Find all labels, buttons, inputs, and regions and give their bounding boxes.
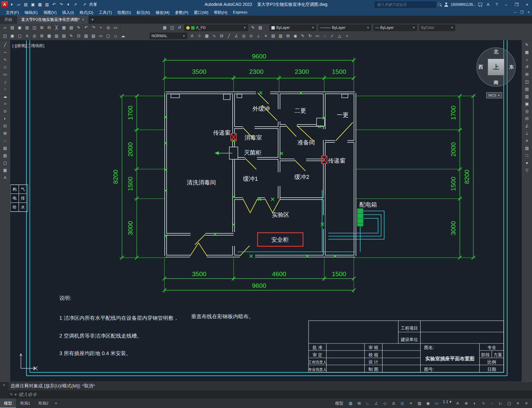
perpendicular-icon[interactable]: ⊥ <box>523 130 531 137</box>
quick-dimension-icon[interactable]: ≡ <box>262 33 270 39</box>
ellipse-arc-icon[interactable]: ◐ <box>2 115 9 122</box>
restore-button[interactable]: ❐ <box>512 0 521 9</box>
find-icon[interactable]: ◎ <box>31 33 38 39</box>
properties-panel-icon[interactable]: ▣ <box>523 100 531 108</box>
sheet-icon[interactable]: ▤ <box>523 85 531 93</box>
viewport-controls[interactable]: [-][俯视][二维线框] <box>12 43 44 49</box>
model-space-canvas[interactable]: 外缓冲二更一更传递窗消毒室准备间灭菌柜清洗消毒间缓冲1缓冲2实验区安全柜配电箱传… <box>10 40 522 382</box>
mtext-icon[interactable]: ▭ <box>314 33 321 39</box>
line-icon[interactable]: ╱ <box>2 41 9 49</box>
color-dropdown[interactable]: ByLayer ▼ <box>270 25 316 31</box>
circle-icon[interactable]: ○ <box>2 85 9 93</box>
open-file-icon[interactable]: ▤ <box>22 1 29 8</box>
rectangle-icon[interactable]: ▭ <box>2 71 9 78</box>
layer-states-icon[interactable]: ◫ <box>168 24 176 31</box>
app-menu-arrow[interactable]: ▾ <box>8 1 15 8</box>
annotation-monitor-icon[interactable]: ⊹ <box>479 399 487 407</box>
scale-text-icon[interactable]: △ <box>336 33 343 39</box>
match-properties-icon[interactable]: ✎ <box>75 24 82 31</box>
menu-item-9[interactable]: 修改(M) <box>153 10 172 15</box>
tab-close-icon[interactable]: × <box>82 16 84 24</box>
minus-icon[interactable]: ⊟ <box>523 115 531 122</box>
menu-item-10[interactable]: 参数(P) <box>172 10 191 15</box>
customize-menu-icon[interactable]: ≡ <box>522 399 530 407</box>
palette-tab-2[interactable]: 气 <box>19 185 27 194</box>
refresh-icon[interactable]: ↺ <box>523 63 531 71</box>
gradient-icon[interactable]: ▧ <box>90 33 97 39</box>
polygon-icon[interactable]: ◇ <box>2 63 9 71</box>
markup-icon[interactable]: ✎ <box>68 33 75 39</box>
continue-dimension-icon[interactable]: ▥ <box>277 33 284 39</box>
revision-cloud-icon[interactable]: ☁ <box>2 93 9 100</box>
new-layout-button[interactable]: + <box>52 401 60 406</box>
baseline-dimension-icon[interactable]: ▤ <box>270 33 277 39</box>
search-input[interactable] <box>375 2 436 8</box>
make-object-layer-current-icon[interactable]: ✎ <box>249 24 257 31</box>
annotate-icon[interactable]: A <box>23 33 31 39</box>
dimension-edit-icon[interactable]: ✎ <box>299 33 306 39</box>
menu-item-13[interactable]: Express <box>230 10 250 15</box>
palette-tab-4[interactable]: 排 <box>19 194 27 203</box>
minimize-button[interactable]: – <box>502 0 510 9</box>
save-icon[interactable]: ▣ <box>30 1 36 8</box>
share-arrow-icon[interactable]: ↗ <box>72 1 79 8</box>
redo-icon[interactable]: ↷ <box>58 1 65 8</box>
point-icon[interactable]: ∴ <box>2 137 9 145</box>
blank-icon[interactable]: □ <box>523 152 531 159</box>
table-icon[interactable]: ▦ <box>2 167 9 174</box>
sheetset-icon[interactable]: ▤ <box>60 33 68 39</box>
search-icon[interactable] <box>438 2 442 7</box>
command-close-icon[interactable]: × <box>3 383 5 387</box>
gradient-icon[interactable]: ▧ <box>2 152 9 159</box>
doc-close-button[interactable]: × <box>525 9 532 16</box>
redo-icon[interactable]: ↷ <box>90 24 97 31</box>
save-as-icon[interactable]: ▦ <box>37 1 43 8</box>
compass-south[interactable]: 南 <box>494 80 499 85</box>
snap-icon[interactable]: ⊞ <box>355 399 363 407</box>
paste-icon[interactable]: ▧ <box>68 24 75 31</box>
doc-restore-button[interactable]: ❐ <box>518 9 525 16</box>
diameter-dimension-icon[interactable]: ⊙ <box>247 33 255 39</box>
new-file-icon[interactable]: ▱ <box>15 1 22 8</box>
spline-icon[interactable]: ≈ <box>2 100 9 108</box>
wipeout-icon[interactable]: ◇ <box>112 33 119 39</box>
menu-item-11[interactable]: 窗口(W) <box>191 10 211 15</box>
annotation-visibility-icon[interactable]: A <box>454 399 462 407</box>
layout-tab-布局1[interactable]: 布局1 <box>16 398 34 408</box>
ellipse-icon[interactable]: ⊙ <box>2 108 9 115</box>
menu-item-12[interactable]: 帮助(H) <box>211 10 230 15</box>
boundary-icon[interactable]: ▭ <box>97 33 104 39</box>
save-icon[interactable]: ▣ <box>16 24 23 31</box>
linear-dimension-icon[interactable]: ⊟ <box>218 33 225 39</box>
cut-icon[interactable]: ╳ <box>53 24 60 31</box>
list-icon[interactable]: ≡ <box>523 137 531 145</box>
new-icon[interactable]: ▱ <box>1 24 9 31</box>
layer-match-icon[interactable]: ▨ <box>257 24 264 31</box>
chevron-down-icon[interactable]: ▾ <box>15 392 17 397</box>
qat-customize-arrow[interactable]: ▾ <box>65 1 72 8</box>
plot-icon[interactable]: ▥ <box>23 24 31 31</box>
isometric-drafting-icon[interactable]: ◇ <box>381 399 389 407</box>
command-customize-icon[interactable]: ✎ <box>10 392 13 397</box>
insert-block-icon[interactable]: ⊡ <box>2 122 9 130</box>
views-icon[interactable]: ◫ <box>523 78 531 85</box>
ddedit-icon[interactable]: ∴ <box>321 33 329 39</box>
polar-tracking-icon[interactable]: ∠ <box>372 399 380 407</box>
tolerance-icon[interactable]: ⊞ <box>284 33 292 39</box>
menu-item-4[interactable]: 插入(I) <box>59 10 77 15</box>
customize-icon[interactable]: ≡ <box>514 399 522 407</box>
compass-north[interactable]: 北 <box>494 49 499 55</box>
tab-drawing[interactable]: 某大学P2生物实验室净化空调图* × <box>17 16 89 24</box>
text-style-icon[interactable]: A <box>188 33 196 39</box>
menu-item-6[interactable]: 工具(T) <box>96 10 115 15</box>
palette-tab-1[interactable]: 构 <box>10 185 19 194</box>
publish-icon[interactable]: ⊞ <box>38 24 45 31</box>
annotation-scale[interactable]: 1:1 ▾ <box>441 399 453 407</box>
measure-icon[interactable]: ◎ <box>523 108 531 115</box>
graphics-performance-icon[interactable]: ▷ <box>497 399 505 407</box>
palette-tab-3[interactable]: 电 <box>10 194 19 203</box>
radius-dimension-icon[interactable]: ◎ <box>240 33 247 39</box>
model-space-button[interactable]: 模型 <box>332 401 346 406</box>
zoom-realtime-icon[interactable]: ◎ <box>104 24 112 31</box>
send-to-back-icon[interactable]: ▢ <box>16 33 23 39</box>
